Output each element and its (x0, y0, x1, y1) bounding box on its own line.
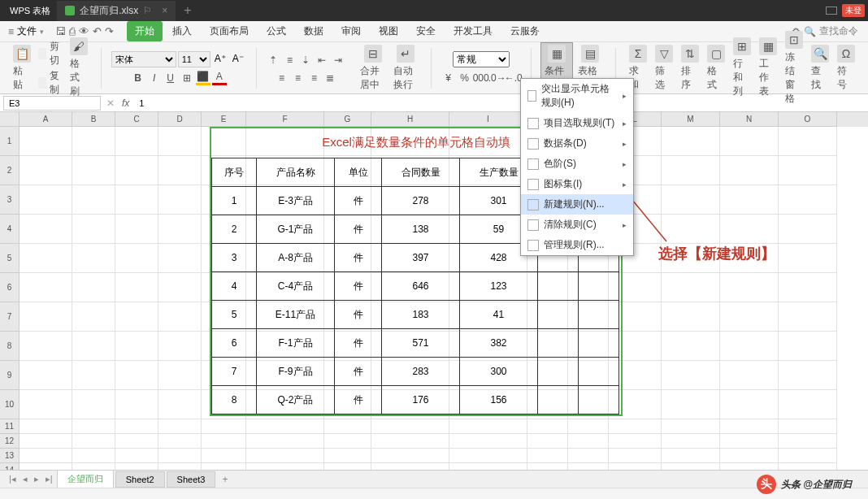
cell[interactable] (158, 185, 202, 215)
rowcol-button[interactable]: ⊞行和列 (730, 36, 754, 100)
tab-review[interactable]: 审阅 (333, 21, 369, 41)
cell[interactable] (779, 273, 837, 302)
cell[interactable] (20, 302, 72, 332)
cell[interactable] (720, 302, 779, 332)
tab-security[interactable]: 安全 (408, 21, 444, 41)
cell[interactable] (20, 156, 72, 185)
row-header[interactable]: 13 (0, 449, 20, 463)
cell[interactable] (115, 244, 158, 273)
cell[interactable] (72, 273, 115, 302)
column-header[interactable]: C (115, 112, 158, 127)
cell[interactable] (324, 419, 371, 434)
menu-item[interactable]: 项目选取规则(T)▸ (521, 113, 633, 133)
sort-button[interactable]: ⇅排序 (678, 43, 702, 93)
column-header[interactable]: O (779, 112, 837, 127)
cell[interactable] (115, 449, 158, 463)
align-left-icon[interactable]: ≡ (274, 71, 289, 85)
cell[interactable] (202, 449, 246, 463)
cell[interactable] (115, 434, 158, 449)
column-header[interactable]: M (662, 112, 720, 127)
cell[interactable] (609, 449, 662, 463)
tab-developer[interactable]: 开发工具 (445, 21, 501, 41)
cell[interactable] (20, 419, 72, 434)
align-center-icon[interactable]: ≡ (290, 71, 305, 85)
cell[interactable] (115, 215, 158, 244)
indent-right-icon[interactable]: ⇥ (331, 53, 345, 67)
menu-item[interactable]: 突出显示单元格规则(H)▸ (521, 79, 633, 113)
cell[interactable] (779, 185, 837, 215)
find-button[interactable]: 🔍查找 (808, 43, 832, 93)
tab-start[interactable]: 开始 (127, 21, 163, 41)
cell[interactable] (72, 156, 115, 185)
cell[interactable] (20, 185, 72, 215)
cell[interactable] (158, 419, 202, 434)
cell[interactable] (72, 215, 115, 244)
row-header[interactable]: 9 (0, 361, 20, 390)
grid-area[interactable]: ABCDEFGHIJKLMNO 123456789101112131415 Ex… (0, 112, 868, 471)
cell[interactable] (720, 156, 779, 185)
font-color-button[interactable]: A (212, 71, 227, 85)
document-tab[interactable]: 企望而归.xlsx ⚐ × (57, 1, 176, 21)
cell[interactable] (158, 156, 202, 185)
cell[interactable] (202, 434, 246, 449)
column-header[interactable]: E (202, 112, 246, 127)
number-format-select[interactable]: 常规 (453, 51, 510, 67)
cell[interactable] (158, 273, 202, 302)
cell[interactable] (779, 361, 837, 390)
cell[interactable] (720, 332, 779, 361)
cell[interactable] (158, 390, 202, 419)
cell[interactable] (324, 449, 371, 463)
cell[interactable] (449, 419, 527, 434)
sheet-tab-active[interactable]: 企望而归 (57, 470, 114, 488)
menu-item[interactable]: 清除规则(C)▸ (521, 215, 633, 235)
cell[interactable] (527, 419, 568, 434)
cell[interactable] (662, 390, 720, 419)
sheet-tab[interactable]: Sheet3 (167, 471, 216, 488)
align-top-icon[interactable]: ⇡ (266, 53, 280, 67)
cell[interactable] (662, 434, 720, 449)
cell[interactable] (158, 332, 202, 361)
cell[interactable] (115, 185, 158, 215)
cell[interactable] (662, 361, 720, 390)
cell[interactable] (779, 156, 837, 185)
cell[interactable] (720, 127, 779, 156)
cell[interactable] (662, 332, 720, 361)
cell[interactable] (72, 361, 115, 390)
sheet-nav-next-icon[interactable]: ▸ (32, 474, 41, 484)
new-tab-button[interactable]: + (176, 3, 199, 18)
name-box[interactable] (3, 96, 101, 111)
cell[interactable] (115, 361, 158, 390)
cell[interactable] (720, 361, 779, 390)
cell[interactable] (662, 302, 720, 332)
align-bottom-icon[interactable]: ⇣ (298, 53, 313, 67)
cell[interactable] (158, 449, 202, 463)
wrap-text-button[interactable]: ↵自动换行 (390, 43, 421, 93)
column-header[interactable]: G (324, 112, 371, 127)
cell[interactable] (609, 434, 662, 449)
paste-button[interactable]: 📋粘贴 (10, 43, 34, 93)
sheet-nav-first-icon[interactable]: |◂ (7, 474, 19, 484)
cell[interactable] (20, 244, 72, 273)
fx-cancel-icon[interactable]: ✕ (104, 98, 117, 109)
cell[interactable] (568, 449, 609, 463)
tab-data[interactable]: 数据 (296, 21, 332, 41)
formula-input[interactable]: 1 (134, 97, 868, 110)
close-tab-icon[interactable]: × (162, 5, 167, 16)
underline-button[interactable]: U (163, 71, 178, 85)
cell[interactable] (72, 244, 115, 273)
cell[interactable] (72, 434, 115, 449)
cell[interactable] (720, 390, 779, 419)
tab-layout[interactable]: 页面布局 (202, 21, 257, 41)
align-justify-icon[interactable]: ≣ (323, 71, 337, 85)
cell[interactable] (20, 127, 72, 156)
copy-button[interactable]: 复制 (36, 68, 65, 98)
merge-center-button[interactable]: ⊟合并居中 (357, 43, 388, 93)
column-header[interactable]: A (20, 112, 72, 127)
column-header[interactable]: I (449, 112, 527, 127)
cell[interactable] (246, 434, 324, 449)
filter-button[interactable]: ▽筛选 (652, 43, 676, 93)
cell[interactable] (720, 215, 779, 244)
column-header[interactable]: B (72, 112, 115, 127)
cell[interactable] (568, 419, 609, 434)
column-header[interactable]: D (158, 112, 202, 127)
